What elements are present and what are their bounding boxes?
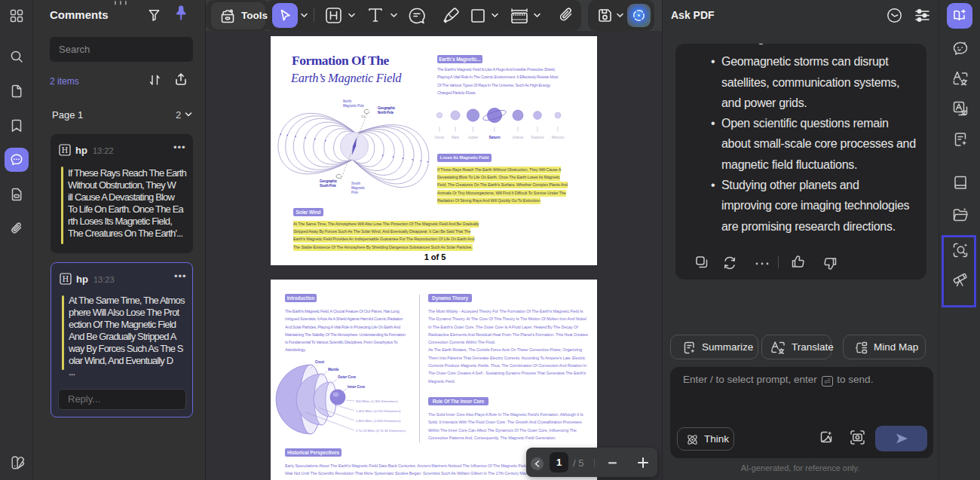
svg-text:Geographic: Geographic	[320, 179, 338, 183]
svg-text:Magnetic Pole: Magnetic Pole	[343, 104, 364, 108]
svg-text:South: South	[351, 182, 360, 185]
svg-text:Mantle: Mantle	[328, 368, 339, 371]
svg-text:Saturn: Saturn	[488, 136, 500, 139]
svg-text:Uranus: Uranus	[513, 136, 525, 139]
svg-text:1,400 Miles (2,250 Kilometers): 1,400 Miles (2,250 Kilometers)	[356, 409, 401, 413]
svg-text:Outer Core: Outer Core	[338, 375, 356, 379]
svg-text:North: North	[343, 99, 351, 103]
svg-text:800 Miles (1,300 Kilometers): 800 Miles (1,300 Kilometers)	[356, 399, 398, 403]
svg-text:North Pole: North Pole	[378, 111, 394, 115]
svg-text:Pole: Pole	[351, 191, 358, 194]
svg-text:South Pole: South Pole	[320, 184, 336, 188]
svg-text:1,800 Miles (2,900 Kilometers): 1,800 Miles (2,900 Kilometers)	[356, 419, 401, 423]
svg-text:Geographic: Geographic	[378, 106, 396, 110]
svg-text:Magnetic: Magnetic	[351, 186, 366, 190]
svg-text:Mercury: Mercury	[552, 136, 565, 139]
svg-text:1.5: 1.5	[361, 115, 366, 118]
svg-text:Venus: Venus	[435, 136, 445, 139]
svg-text:H: H	[62, 145, 68, 154]
svg-text:Mars: Mars	[452, 136, 460, 139]
svg-text:Inner Core: Inner Core	[348, 385, 365, 389]
svg-text:Crust: Crust	[315, 360, 324, 364]
svg-text:H: H	[63, 274, 69, 283]
svg-text:0 To 25 Miles (0 To 40 Kilomet: 0 To 25 Miles (0 To 40 Kilometers)	[356, 429, 406, 433]
svg-text:Jupiter: Jupiter	[468, 136, 479, 139]
svg-text:Neptune: Neptune	[531, 136, 544, 139]
